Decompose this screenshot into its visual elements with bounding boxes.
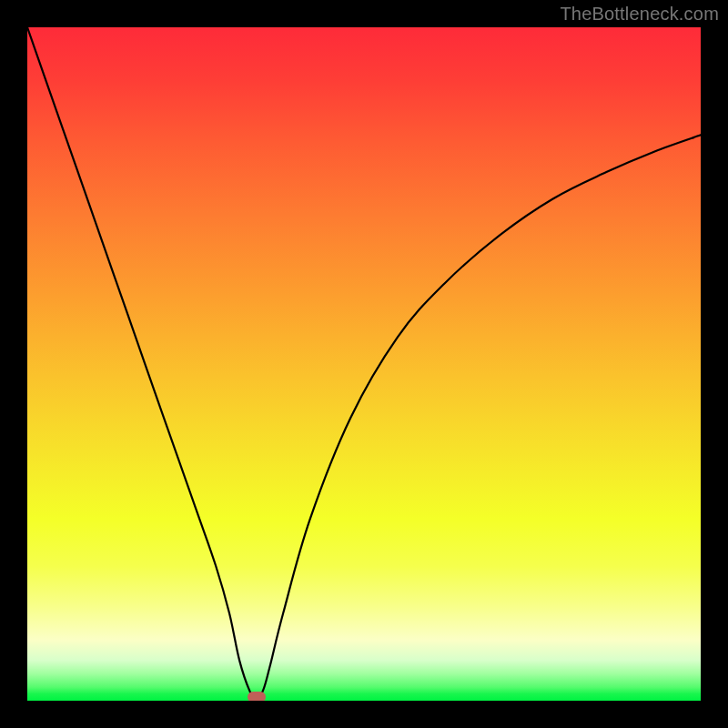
bottleneck-curve	[27, 27, 701, 701]
chart-frame: TheBottleneck.com	[0, 0, 728, 728]
watermark-text: TheBottleneck.com	[560, 4, 719, 25]
optimal-point-marker	[248, 692, 266, 701]
plot-area	[27, 27, 701, 701]
